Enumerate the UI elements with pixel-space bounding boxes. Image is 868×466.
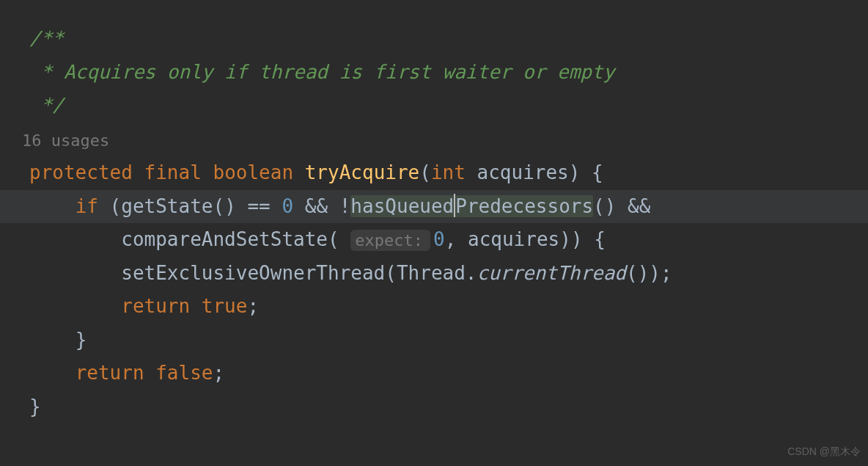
op-and-2: && <box>616 195 662 217</box>
javadoc-open: /** <box>29 27 64 49</box>
close-paren-brace: )) { <box>559 228 606 250</box>
call-thread: Thread <box>397 262 466 284</box>
close-brace-inner: } <box>76 329 87 351</box>
op-and: && <box>293 195 339 217</box>
empty-parens-2: () <box>593 195 616 217</box>
semicolon-2: ; <box>213 362 224 384</box>
call-setexclusiveownerthread: setExclusiveOwnerThread <box>121 262 385 284</box>
keyword-boolean: boolean <box>213 161 293 183</box>
paren-open: ( <box>419 161 431 183</box>
javadoc-close: */ <box>29 94 64 116</box>
empty-parens: () <box>213 195 235 217</box>
literal-zero: 0 <box>282 195 293 217</box>
paren-close-brace: ) { <box>569 161 603 183</box>
code-editor[interactable]: /** * Acquires only if thread is first w… <box>29 22 868 423</box>
dot: . <box>466 262 477 284</box>
paren-open-3: ( <box>385 262 397 284</box>
arg-acquires: acquires <box>468 228 559 250</box>
keyword-return: return <box>121 295 190 317</box>
watermark: CSDN @黑木令 <box>787 443 861 461</box>
literal-zero-2: 0 <box>433 228 445 250</box>
keyword-return-2: return <box>76 362 144 384</box>
call-currentthread: currentThread <box>477 262 627 284</box>
paren-open-2: ( <box>328 228 339 250</box>
highlighted-line: if (getState() == 0 && !hasQueuedPredece… <box>0 190 868 224</box>
keyword-protected: protected <box>29 161 133 183</box>
op-not: ! <box>339 195 351 217</box>
keyword-int: int <box>431 161 466 183</box>
usage-highlight: hasQueuedPredecessors <box>350 195 593 217</box>
op-eq: == <box>236 195 282 217</box>
call-compareandsetstate: compareAndSetState <box>121 228 328 250</box>
javadoc-body: * Acquires only if thread is first waite… <box>29 61 614 83</box>
method-name: tryAcquire <box>305 161 420 183</box>
usages-hint[interactable]: 16 usages <box>22 127 868 156</box>
if-open: ( <box>110 195 122 217</box>
keyword-if: if <box>76 195 98 217</box>
semicolon: ; <box>247 295 259 317</box>
param-name: acquires <box>477 161 569 183</box>
keyword-true: true <box>202 295 248 317</box>
comma-sep: , <box>445 228 468 250</box>
tail-close: ()); <box>626 262 672 284</box>
param-hint-expect: expect: <box>350 230 430 251</box>
keyword-final: final <box>144 161 202 183</box>
call-getstate: getState <box>121 195 213 217</box>
keyword-false: false <box>155 362 213 384</box>
call-hasqueued-a: hasQueued <box>350 195 454 217</box>
call-hasqueued-b: Predecessors <box>455 195 593 217</box>
close-brace-outer: } <box>29 396 41 418</box>
